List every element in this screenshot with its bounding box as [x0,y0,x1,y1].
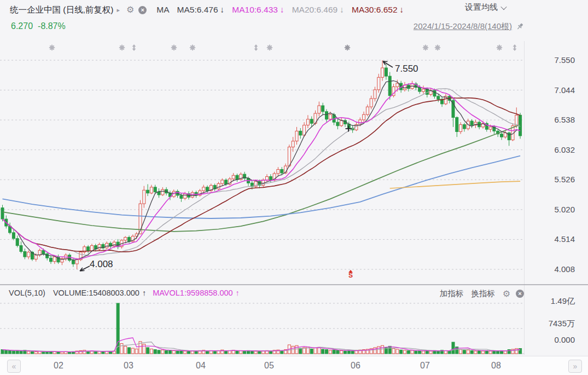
down-arrow-icon: ↓ [220,5,225,14]
date-range-group: 2024/1/15-2024/8/8(140根) [414,21,524,32]
month-label: 06 [351,361,360,371]
price-axis-label: 6.032 [531,145,575,154]
symbol-title: 统一企业中国 (日线,前复权) [10,4,113,16]
month-label: 08 [491,361,501,371]
gear-icon[interactable]: ⚙ [126,5,134,14]
switch-indicator-button[interactable]: 换指标 [471,289,495,299]
month-label: 03 [124,361,133,371]
mavol-value: MAVOL1:9598858.000 [153,289,232,297]
low-annotation: 4.008 [90,259,113,270]
close-icon[interactable]: × [516,290,524,298]
month-label: 04 [196,361,206,371]
price-axis-label: 5.526 [531,175,575,184]
close-icon[interactable]: × [138,6,147,14]
volume-value: VOLUME:15408003.000 [53,289,139,297]
price-axis-label: 4.008 [531,264,575,274]
signal-marker: S [346,270,355,279]
ma10-value: MA10:6.433↓ [232,5,284,15]
up-arrow-icon: ↑ [142,289,146,297]
chart-canvas[interactable] [0,41,524,355]
down-arrow-icon: ↓ [400,5,404,14]
scroll-right-button[interactable]: » [568,360,582,373]
volume-axis-label: 1.49亿 [531,296,575,307]
scroll-left-button[interactable]: « [7,360,21,373]
volume-indicator-label: VOL(5,10) [9,289,45,297]
add-indicator-button[interactable]: 加指标 [440,289,464,299]
price-axis-label: 6.538 [531,115,575,124]
stock-chart-app: 统一企业中国 (日线,前复权) ▸ ⚙ × MA MA5:6.476↓ MA10… [0,0,588,375]
ma20-value: MA20:6.469↓ [292,5,344,15]
volume-axis-label: 7435万 [531,319,575,329]
price-axis-label: 7.550 [531,55,575,65]
pin-icon[interactable] [516,22,524,31]
chart-header: 统一企业中国 (日线,前复权) ▸ ⚙ × MA MA5:6.476↓ MA10… [0,3,588,17]
volume-axis-label: 0.000 [531,335,575,344]
gear-icon[interactable]: ⚙ [503,290,510,298]
month-label: 07 [420,361,430,371]
volume-header: VOL(5,10) VOLUME:15408003.000 ↑ MAVOL1:9… [9,289,240,297]
high-annotation: 7.550 [395,64,418,74]
month-label: 05 [264,361,274,371]
date-range-link[interactable]: 2024/1/15-2024/8/8(140根) [414,21,512,32]
expand-caret-icon[interactable]: ▸ [117,7,120,14]
price-change: -8.87% [38,21,66,31]
price-axis-label: 7.044 [531,85,575,95]
ma-group-label: MA [156,5,169,15]
last-price-group: 6.270-8.87% [11,21,71,31]
down-arrow-icon: ↓ [340,5,344,14]
volume-header-actions: 加指标 换指标 ⚙ × [432,289,524,299]
month-label: 02 [54,361,63,371]
down-arrow-icon: ↓ [280,5,284,14]
ma30-value: MA30:6.652↓ [352,5,404,15]
price-axis-label: 5.020 [531,205,575,214]
price-axis-label: 4.514 [531,234,575,244]
last-price: 6.270 [11,21,33,31]
up-arrow-icon: ↑ [236,289,240,297]
ma5-value: MA5:6.476↓ [177,5,225,15]
